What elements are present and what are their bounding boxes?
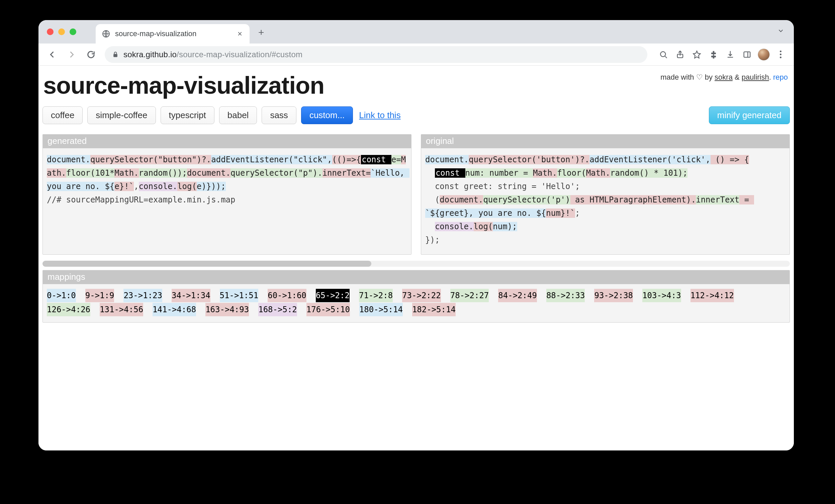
sidepanel-icon[interactable]	[739, 46, 755, 63]
mapping-entry[interactable]: 73->2:22	[402, 289, 441, 302]
mapping-entry[interactable]: 51->1:51	[220, 289, 259, 302]
nav-reload-button[interactable]	[83, 46, 99, 63]
mapping-entry[interactable]: 78->2:27	[450, 289, 489, 302]
svg-rect-1	[114, 54, 117, 57]
tab-title: source-map-visualization	[115, 29, 231, 38]
generated-code[interactable]: document.querySelector("button")?.addEve…	[43, 148, 411, 213]
mapping-entry[interactable]: 182->5:14	[412, 303, 456, 316]
profile-avatar[interactable]	[756, 46, 772, 63]
search-icon[interactable]	[655, 46, 671, 63]
mapping-entry[interactable]: 0->1:0	[47, 289, 76, 302]
example-babel-button[interactable]: babel	[219, 106, 257, 124]
mapping-entry[interactable]: 112->4:12	[691, 289, 734, 302]
tab-overflow-button[interactable]	[777, 27, 785, 37]
generated-pane: generated document.querySelector("button…	[42, 134, 411, 255]
mapping-entry[interactable]: 23->1:23	[123, 289, 162, 302]
kebab-menu-icon[interactable]	[772, 46, 789, 63]
share-icon[interactable]	[672, 46, 688, 63]
lock-icon	[112, 51, 119, 58]
credits-author-paulirish[interactable]: paulirish	[742, 73, 769, 81]
code-panes: generated document.querySelector("button…	[42, 134, 790, 255]
link-to-this[interactable]: Link to this	[359, 110, 401, 120]
mappings-pane-header: mappings	[43, 270, 790, 284]
example-buttons-row: coffee simple-coffee typescript babel sa…	[42, 106, 790, 124]
browser-tab[interactable]: source-map-visualization ×	[96, 24, 249, 43]
window-zoom-button[interactable]	[69, 28, 76, 35]
credits: made with ♡ by sokra & paulirish. repo	[660, 73, 788, 82]
mappings-list[interactable]: 0->1:09->1:923->1:2334->1:3451->1:5160->…	[43, 284, 790, 322]
mapping-entry[interactable]: 126->4:26	[47, 303, 90, 316]
omnibox[interactable]: sokra.github.io/source-map-visualization…	[105, 46, 647, 63]
window-close-button[interactable]	[47, 28, 54, 35]
toolbar-right-icons	[653, 46, 789, 63]
bookmark-star-icon[interactable]	[689, 46, 705, 63]
downloads-icon[interactable]	[722, 46, 738, 63]
original-pane: original document.querySelector('button'…	[421, 134, 790, 255]
traffic-lights	[47, 28, 76, 35]
window-minimize-button[interactable]	[58, 28, 65, 35]
mapping-entry[interactable]: 131->4:56	[100, 303, 143, 316]
nav-back-button[interactable]	[44, 46, 61, 63]
globe-icon	[102, 29, 110, 38]
example-sass-button[interactable]: sass	[262, 106, 296, 124]
mapping-entry[interactable]: 93->2:38	[594, 289, 633, 302]
original-code[interactable]: document.querySelector('button')?.addEve…	[421, 148, 790, 253]
mapping-entry[interactable]: 34->1:34	[171, 289, 210, 302]
browser-toolbar: sokra.github.io/source-map-visualization…	[39, 43, 794, 66]
mapping-entry[interactable]: 71->2:8	[359, 289, 393, 302]
mapping-entry[interactable]: 60->1:60	[268, 289, 306, 302]
mapping-entry[interactable]: 141->4:68	[152, 303, 196, 316]
mappings-pane: mappings 0->1:09->1:923->1:2334->1:3451-…	[42, 270, 790, 323]
custom-button[interactable]: custom...	[301, 106, 353, 124]
mapping-entry[interactable]: 176->5:10	[306, 303, 350, 316]
mapping-entry[interactable]: 84->2:49	[498, 289, 537, 302]
omnibox-url: sokra.github.io/source-map-visualization…	[123, 50, 302, 59]
mapping-entry[interactable]: 65->2:2	[316, 289, 350, 302]
tab-close-button[interactable]: ×	[236, 29, 244, 39]
mapping-entry[interactable]: 168->5:2	[258, 303, 297, 316]
scrollbar-thumb[interactable]	[42, 261, 371, 267]
nav-forward-button[interactable]	[63, 46, 80, 63]
original-pane-header: original	[421, 135, 790, 148]
example-typescript-button[interactable]: typescript	[161, 106, 215, 124]
repo-link[interactable]: repo	[773, 73, 788, 81]
example-simple-coffee-button[interactable]: simple-coffee	[87, 106, 156, 124]
minify-generated-button[interactable]: minify generated	[709, 106, 790, 124]
mapping-entry[interactable]: 103->4:3	[642, 289, 681, 302]
svg-rect-4	[744, 52, 750, 57]
page-content: made with ♡ by sokra & paulirish. repo s…	[39, 66, 794, 450]
mapping-entry[interactable]: 88->2:33	[546, 289, 585, 302]
browser-window: source-map-visualization × + sokra.githu…	[39, 20, 794, 450]
tab-strip: source-map-visualization × +	[39, 20, 794, 43]
credits-author-sokra[interactable]: sokra	[715, 73, 733, 81]
svg-point-2	[660, 52, 666, 57]
horizontal-scrollbar[interactable]	[42, 261, 790, 267]
example-coffee-button[interactable]: coffee	[42, 106, 83, 124]
mapping-entry[interactable]: 180->5:14	[359, 303, 403, 316]
generated-pane-header: generated	[43, 135, 411, 148]
extensions-icon[interactable]	[706, 46, 721, 63]
mapping-entry[interactable]: 9->1:9	[85, 289, 115, 302]
new-tab-button[interactable]: +	[258, 27, 264, 38]
mapping-entry[interactable]: 163->4:93	[205, 303, 249, 316]
